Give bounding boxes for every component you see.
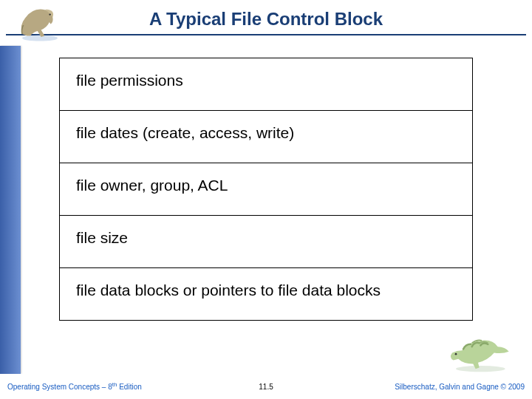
svg-point-0 [22, 35, 58, 41]
slide-number: 11.5 [259, 383, 273, 391]
fcb-row: file data blocks or pointers to file dat… [60, 268, 472, 320]
slide-header: A Typical File Control Block [0, 0, 532, 35]
footer-copyright: Silberschatz, Galvin and Gagne © 2009 [395, 383, 525, 391]
fcb-diagram: file permissions file dates (create, acc… [59, 58, 473, 321]
title-underline [6, 34, 526, 35]
svg-point-2 [456, 366, 505, 372]
footer-book-suffix: Edition [117, 383, 141, 392]
dinosaur-right-icon [445, 328, 519, 374]
fcb-row: file permissions [60, 58, 472, 111]
slide-title: A Typical File Control Block [0, 6, 532, 34]
footer-book-prefix: Operating System Concepts – 8 [7, 383, 112, 392]
left-accent-bar [0, 46, 21, 374]
footer-left: Operating System Concepts – 8th Edition [7, 381, 142, 391]
fcb-row: file owner, group, ACL [60, 163, 472, 216]
svg-point-3 [455, 353, 457, 355]
slide-footer: Operating System Concepts – 8th Edition … [0, 374, 532, 399]
slide-content: file permissions file dates (create, acc… [47, 58, 485, 356]
fcb-row: file dates (create, access, write) [60, 111, 472, 163]
dinosaur-left-icon [10, 1, 69, 43]
fcb-row: file size [60, 216, 472, 268]
svg-point-1 [49, 13, 50, 15]
